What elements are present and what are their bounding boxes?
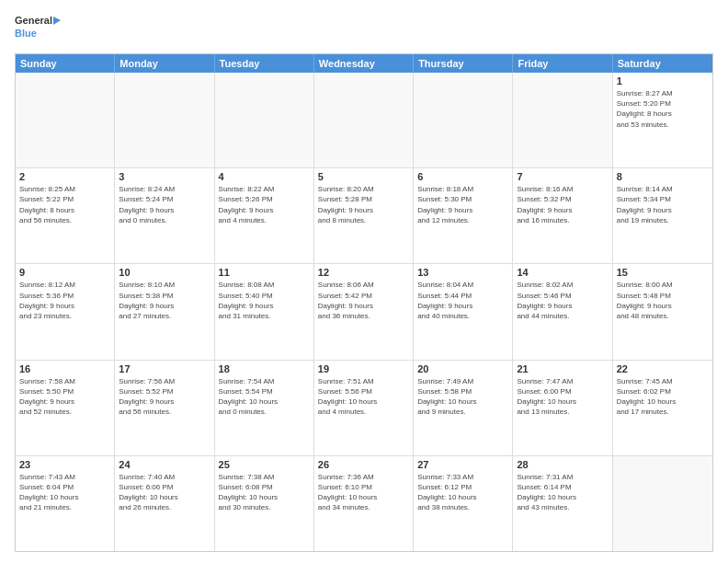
calendar-row-4: 23Sunrise: 7:43 AM Sunset: 6:04 PM Dayli… bbox=[16, 456, 712, 551]
calendar-cell-empty-0-3 bbox=[314, 73, 414, 167]
day-info: Sunrise: 7:56 AM Sunset: 5:52 PM Dayligh… bbox=[119, 376, 210, 418]
day-number: 5 bbox=[318, 171, 409, 182]
day-info: Sunrise: 7:36 AM Sunset: 6:10 PM Dayligh… bbox=[318, 472, 409, 513]
calendar-cell-11: 11Sunrise: 8:08 AM Sunset: 5:40 PM Dayli… bbox=[215, 264, 314, 359]
calendar-cell-28: 28Sunrise: 7:31 AM Sunset: 6:14 PM Dayli… bbox=[513, 456, 612, 551]
calendar-cell-15: 15Sunrise: 8:00 AM Sunset: 5:48 PM Dayli… bbox=[613, 264, 712, 359]
day-number: 6 bbox=[417, 171, 508, 182]
day-info: Sunrise: 7:45 AM Sunset: 6:02 PM Dayligh… bbox=[617, 376, 709, 418]
calendar-cell-20: 20Sunrise: 7:49 AM Sunset: 5:58 PM Dayli… bbox=[414, 361, 513, 455]
day-number: 21 bbox=[517, 363, 608, 374]
calendar-cell-13: 13Sunrise: 8:04 AM Sunset: 5:44 PM Dayli… bbox=[414, 264, 513, 359]
day-info: Sunrise: 7:43 AM Sunset: 6:04 PM Dayligh… bbox=[19, 472, 110, 513]
calendar-cell-26: 26Sunrise: 7:36 AM Sunset: 6:10 PM Dayli… bbox=[314, 456, 414, 551]
day-number: 1 bbox=[617, 75, 709, 86]
day-info: Sunrise: 7:51 AM Sunset: 5:56 PM Dayligh… bbox=[318, 376, 409, 418]
calendar-row-2: 9Sunrise: 8:12 AM Sunset: 5:36 PM Daylig… bbox=[16, 264, 712, 360]
day-info: Sunrise: 8:18 AM Sunset: 5:30 PM Dayligh… bbox=[417, 184, 508, 225]
day-number: 19 bbox=[318, 363, 409, 374]
calendar-cell-16: 16Sunrise: 7:58 AM Sunset: 5:50 PM Dayli… bbox=[16, 361, 115, 455]
calendar-cell-empty-4-6 bbox=[613, 456, 712, 551]
header-day-sunday: Sunday bbox=[16, 54, 115, 73]
day-info: Sunrise: 7:47 AM Sunset: 6:00 PM Dayligh… bbox=[517, 376, 608, 418]
header-day-monday: Monday bbox=[115, 54, 214, 73]
calendar-cell-empty-0-2 bbox=[215, 73, 314, 167]
day-info: Sunrise: 8:04 AM Sunset: 5:44 PM Dayligh… bbox=[417, 280, 508, 321]
calendar-cell-5: 5Sunrise: 8:20 AM Sunset: 5:28 PM Daylig… bbox=[314, 168, 414, 263]
calendar-cell-8: 8Sunrise: 8:14 AM Sunset: 5:34 PM Daylig… bbox=[613, 168, 712, 263]
calendar-header: SundayMondayTuesdayWednesdayThursdayFrid… bbox=[16, 54, 712, 73]
calendar: SundayMondayTuesdayWednesdayThursdayFrid… bbox=[15, 53, 713, 552]
day-info: Sunrise: 8:20 AM Sunset: 5:28 PM Dayligh… bbox=[318, 184, 409, 225]
day-info: Sunrise: 8:10 AM Sunset: 5:38 PM Dayligh… bbox=[119, 280, 210, 321]
calendar-cell-14: 14Sunrise: 8:02 AM Sunset: 5:46 PM Dayli… bbox=[513, 264, 612, 359]
calendar-cell-4: 4Sunrise: 8:22 AM Sunset: 5:26 PM Daylig… bbox=[215, 168, 314, 263]
day-number: 27 bbox=[417, 459, 508, 470]
calendar-cell-25: 25Sunrise: 7:38 AM Sunset: 6:08 PM Dayli… bbox=[215, 456, 314, 551]
header-day-wednesday: Wednesday bbox=[314, 54, 414, 73]
page: General Blue SundayMondayTuesdayWednesda… bbox=[0, 0, 728, 563]
day-info: Sunrise: 7:54 AM Sunset: 5:54 PM Dayligh… bbox=[219, 376, 310, 418]
day-number: 9 bbox=[19, 267, 110, 278]
header-day-thursday: Thursday bbox=[414, 54, 513, 73]
day-number: 4 bbox=[219, 171, 310, 182]
calendar-cell-22: 22Sunrise: 7:45 AM Sunset: 6:02 PM Dayli… bbox=[613, 361, 712, 455]
day-number: 16 bbox=[19, 363, 110, 374]
header-day-saturday: Saturday bbox=[613, 54, 712, 73]
calendar-row-1: 2Sunrise: 8:25 AM Sunset: 5:22 PM Daylig… bbox=[16, 168, 712, 264]
day-number: 13 bbox=[417, 267, 508, 278]
day-number: 25 bbox=[219, 459, 310, 470]
day-info: Sunrise: 8:16 AM Sunset: 5:32 PM Dayligh… bbox=[517, 184, 608, 225]
day-info: Sunrise: 8:06 AM Sunset: 5:42 PM Dayligh… bbox=[318, 280, 409, 321]
calendar-cell-21: 21Sunrise: 7:47 AM Sunset: 6:00 PM Dayli… bbox=[513, 361, 612, 455]
calendar-cell-18: 18Sunrise: 7:54 AM Sunset: 5:54 PM Dayli… bbox=[215, 361, 314, 455]
calendar-cell-1: 1Sunrise: 8:27 AM Sunset: 5:20 PM Daylig… bbox=[613, 73, 712, 167]
day-info: Sunrise: 8:12 AM Sunset: 5:36 PM Dayligh… bbox=[19, 280, 110, 321]
day-number: 7 bbox=[517, 171, 608, 182]
header-day-friday: Friday bbox=[513, 54, 612, 73]
header: General Blue bbox=[15, 11, 713, 46]
calendar-cell-12: 12Sunrise: 8:06 AM Sunset: 5:42 PM Dayli… bbox=[314, 264, 414, 359]
calendar-row-0: 1Sunrise: 8:27 AM Sunset: 5:20 PM Daylig… bbox=[16, 73, 712, 168]
day-number: 22 bbox=[617, 363, 709, 374]
calendar-row-3: 16Sunrise: 7:58 AM Sunset: 5:50 PM Dayli… bbox=[16, 361, 712, 456]
day-number: 10 bbox=[119, 267, 210, 278]
calendar-cell-empty-0-4 bbox=[414, 73, 513, 167]
day-info: Sunrise: 8:25 AM Sunset: 5:22 PM Dayligh… bbox=[19, 184, 110, 225]
day-number: 17 bbox=[119, 363, 210, 374]
calendar-cell-10: 10Sunrise: 8:10 AM Sunset: 5:38 PM Dayli… bbox=[115, 264, 214, 359]
svg-text:Blue: Blue bbox=[15, 28, 37, 39]
day-number: 28 bbox=[517, 459, 608, 470]
calendar-cell-6: 6Sunrise: 8:18 AM Sunset: 5:30 PM Daylig… bbox=[414, 168, 513, 263]
day-number: 15 bbox=[617, 267, 709, 278]
day-info: Sunrise: 8:22 AM Sunset: 5:26 PM Dayligh… bbox=[219, 184, 310, 225]
day-number: 18 bbox=[219, 363, 310, 374]
logo-svg: General Blue bbox=[15, 11, 61, 46]
calendar-cell-9: 9Sunrise: 8:12 AM Sunset: 5:36 PM Daylig… bbox=[16, 264, 115, 359]
day-number: 24 bbox=[119, 459, 210, 470]
day-info: Sunrise: 7:33 AM Sunset: 6:12 PM Dayligh… bbox=[417, 472, 508, 513]
calendar-cell-7: 7Sunrise: 8:16 AM Sunset: 5:32 PM Daylig… bbox=[513, 168, 612, 263]
calendar-cell-19: 19Sunrise: 7:51 AM Sunset: 5:56 PM Dayli… bbox=[314, 361, 414, 455]
day-number: 2 bbox=[19, 171, 110, 182]
calendar-cell-empty-0-5 bbox=[513, 73, 612, 167]
day-number: 3 bbox=[119, 171, 210, 182]
calendar-cell-17: 17Sunrise: 7:56 AM Sunset: 5:52 PM Dayli… bbox=[115, 361, 214, 455]
svg-marker-1 bbox=[53, 17, 61, 25]
calendar-cell-2: 2Sunrise: 8:25 AM Sunset: 5:22 PM Daylig… bbox=[16, 168, 115, 263]
svg-text:General: General bbox=[15, 15, 52, 26]
calendar-cell-empty-0-0 bbox=[16, 73, 115, 167]
calendar-cell-24: 24Sunrise: 7:40 AM Sunset: 6:06 PM Dayli… bbox=[115, 456, 214, 551]
day-number: 12 bbox=[318, 267, 409, 278]
calendar-cell-23: 23Sunrise: 7:43 AM Sunset: 6:04 PM Dayli… bbox=[16, 456, 115, 551]
calendar-cell-27: 27Sunrise: 7:33 AM Sunset: 6:12 PM Dayli… bbox=[414, 456, 513, 551]
day-info: Sunrise: 8:14 AM Sunset: 5:34 PM Dayligh… bbox=[617, 184, 709, 225]
day-info: Sunrise: 8:08 AM Sunset: 5:40 PM Dayligh… bbox=[219, 280, 310, 321]
day-info: Sunrise: 8:24 AM Sunset: 5:24 PM Dayligh… bbox=[119, 184, 210, 225]
day-info: Sunrise: 7:38 AM Sunset: 6:08 PM Dayligh… bbox=[219, 472, 310, 513]
day-info: Sunrise: 8:27 AM Sunset: 5:20 PM Dayligh… bbox=[617, 88, 709, 130]
day-info: Sunrise: 7:40 AM Sunset: 6:06 PM Dayligh… bbox=[119, 472, 210, 513]
day-info: Sunrise: 8:02 AM Sunset: 5:46 PM Dayligh… bbox=[517, 280, 608, 321]
day-number: 8 bbox=[617, 171, 709, 182]
calendar-cell-3: 3Sunrise: 8:24 AM Sunset: 5:24 PM Daylig… bbox=[115, 168, 214, 263]
